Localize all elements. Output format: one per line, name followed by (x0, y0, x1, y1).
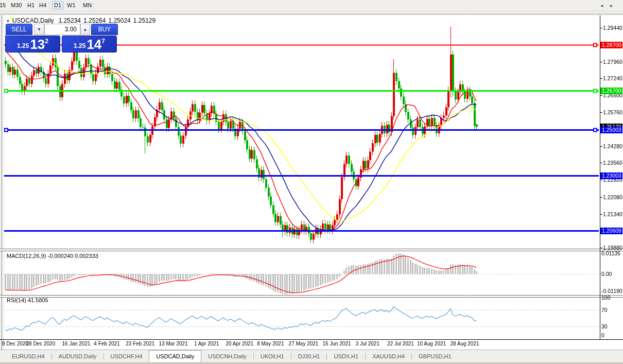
macd-axis-bottom: -0.011904 (601, 288, 622, 294)
quote-close: 1.25129 (133, 17, 155, 24)
price-tick-label: 1.27960 (603, 59, 622, 65)
price-tick-label: 1.21340 (603, 211, 622, 217)
chart-tab-ukoil-h1[interactable]: UKOil,H1 (254, 350, 291, 363)
tab-scroll-right-icon[interactable]: ► (609, 3, 619, 8)
chart-tab-eurusd-h4[interactable]: EURUSD,H4 (5, 350, 51, 363)
sell-price-pips: 13 (30, 38, 45, 51)
price-tick-label: 1.23560 (603, 160, 622, 166)
chart-tab-xauusd-h4[interactable]: XAUUSD,H4 (366, 350, 411, 363)
date-axis-label: 20 Apr 2021 (226, 341, 253, 346)
chart-tab-usdcnh-daily[interactable]: USDCNH,Daily (201, 350, 253, 363)
timeframe-button-w1[interactable]: W1 (65, 2, 77, 9)
quote-high: 1.25264 (83, 17, 106, 24)
date-axis-label: 15 Jun 2021 (323, 341, 351, 346)
date-axis-label: 10 Aug 2021 (417, 341, 446, 346)
chart-tab-audusd-daily[interactable]: AUDUSD,Daily (52, 350, 103, 363)
one-click-trading-widget: SELL ▼ 3.00 ▲ BUY 1.25 13 2 1.25 14 7 (5, 24, 118, 53)
price-tick-label: 1.25760 (603, 109, 622, 115)
price-tick-label: 1.27240 (603, 75, 622, 81)
chart-tab-bar: EURUSD,H4AUDUSD,DailyUSDCHF,H4USDCAD,Dai… (0, 350, 623, 363)
volume-input[interactable]: 3.00 (44, 24, 80, 35)
date-axis-label: 16 Jan 2021 (62, 341, 91, 346)
macd-axis-zero: 0.00 (601, 271, 622, 277)
chart-tab-dj30-h1[interactable]: DJ30,H1 (291, 350, 327, 363)
level-price-badge: 1.28700 (600, 42, 622, 48)
chart-tab-gbpusd-h1[interactable]: GBPUSD,H1 (412, 350, 458, 363)
sell-button[interactable]: SELL (6, 24, 32, 35)
date-axis-label: 22 Jul 2021 (387, 341, 414, 346)
date-axis-label: 1 Apr 2021 (194, 341, 219, 346)
price-tick-label: 1.24280 (603, 143, 622, 149)
chart-tab-usdcad-daily[interactable]: USDCAD,Daily (149, 350, 201, 363)
date-axis-label: 8 May 2021 (257, 341, 284, 346)
level-price-badge: 1.25003 (600, 127, 622, 133)
date-axis-label: 28 Dec 2020 (26, 341, 56, 346)
sell-price-panel[interactable]: 1.25 13 2 (5, 36, 60, 53)
rsi-indicator-label: RSI(14) 41.5805 (7, 297, 48, 303)
quote-open: 1.25234 (59, 17, 81, 24)
timeframe-button-h4[interactable]: H4 (38, 2, 48, 9)
volume-decrease-button[interactable]: ▼ (34, 24, 44, 35)
sell-price-fraction: 2 (45, 38, 48, 45)
level-price-badge: 1.23003 (600, 172, 622, 179)
terminal-window: 15 M30 H1 H4 D1 W1 MN ▲ USDCAD,Daily 1.2… (0, 0, 623, 364)
volume-increase-button[interactable]: ▲ (80, 24, 90, 35)
date-axis-label: 8 Dec 2020 (2, 341, 28, 346)
price-tick-label: 1.22080 (603, 194, 622, 200)
timeframe-toolbar: 15 M30 H1 H4 D1 W1 MN (0, 0, 623, 11)
symbol-period-label: USDCAD,Daily (12, 17, 54, 24)
timeframe-button-m15[interactable]: 15 (0, 2, 7, 9)
macd-indicator-label: MACD(12,26,9) -0.000240 0.002333 (7, 253, 98, 259)
level-price-badge: 1.20609 (600, 228, 622, 234)
chart-tab-usdx-h1[interactable]: USDX,H1 (327, 350, 365, 363)
date-axis-label: 28 Aug 2021 (450, 341, 479, 346)
timeframe-button-d1[interactable]: D1 (52, 1, 63, 9)
date-axis-label: 3 Jul 2021 (356, 341, 379, 346)
tab-scroll-left-icon[interactable]: ◄ (599, 3, 609, 8)
price-tick-label: 1.19880 (603, 245, 622, 251)
chart-canvas[interactable] (0, 0, 623, 364)
toolbar-separator (49, 1, 50, 9)
buy-price-panel[interactable]: 1.25 14 7 (62, 36, 117, 53)
rsi-axis-100: 100 (601, 294, 622, 301)
chart-tab-usdchf-h4[interactable]: USDCHF,H4 (104, 350, 149, 363)
date-axis-label: 13 Mar 2021 (159, 341, 188, 346)
rsi-axis-0: 0 (601, 332, 622, 338)
macd-axis-top: 0.01135 (601, 250, 622, 256)
timeframe-button-m30[interactable]: M30 (9, 2, 23, 9)
date-axis-label: 27 May 2021 (289, 341, 319, 346)
buy-price-fraction: 7 (101, 38, 105, 45)
sell-price-base: 1.25 (17, 42, 29, 49)
date-axis-label: 23 Feb 2021 (126, 341, 154, 346)
buy-price-base: 1.25 (74, 42, 85, 49)
buy-price-pips: 14 (86, 38, 101, 51)
timeframe-button-mn[interactable]: MN (81, 2, 93, 9)
price-tick-label: 1.29440 (603, 25, 622, 31)
buy-button[interactable]: BUY (91, 24, 118, 35)
quote-low: 1.25024 (108, 17, 130, 24)
chart-title: ▲ USDCAD,Daily 1.25234 1.25264 1.25024 1… (6, 17, 155, 24)
toolbar-separator (94, 1, 95, 9)
collapse-triangle-icon[interactable]: ▲ (6, 19, 10, 22)
level-price-badge: 1.26700 (600, 88, 622, 94)
tab-scroll-arrows: ◄► (599, 3, 619, 8)
date-axis-label: 4 Feb 2021 (94, 341, 120, 346)
rsi-axis-30: 30 (601, 323, 622, 330)
timeframe-button-h1[interactable]: H1 (26, 2, 36, 9)
rsi-axis-70: 70 (601, 307, 622, 313)
